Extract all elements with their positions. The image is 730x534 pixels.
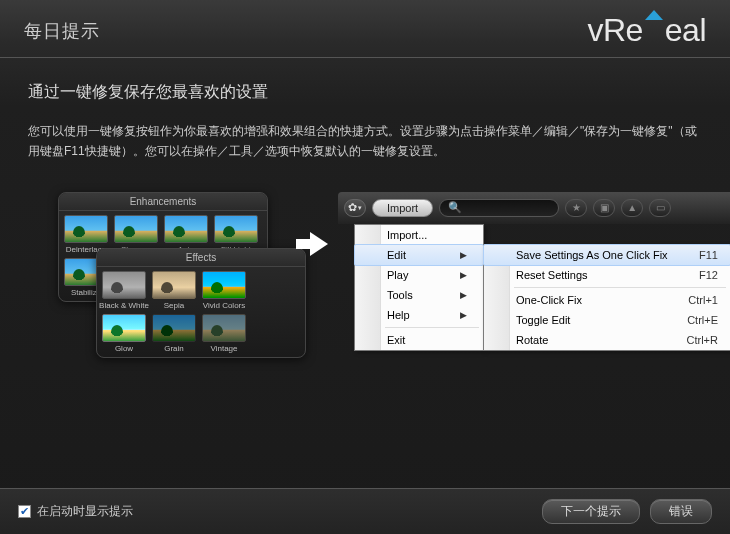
page-title: 每日提示 xyxy=(24,19,100,43)
chevron-right-icon: ▶ xyxy=(460,270,467,280)
thumb-sepia: Sepia xyxy=(151,271,197,310)
effects-panel: Effects Black & White Sepia Vivid Colors… xyxy=(96,248,306,358)
thumb-bw: Black & White xyxy=(101,271,147,310)
thumb-glow: Glow xyxy=(101,314,147,353)
header: 每日提示 vReVeal xyxy=(0,0,730,58)
illustration: Enhancements Deinterlace Sharpen Auto Fi… xyxy=(58,192,702,402)
show-on-startup-checkbox[interactable]: ✔ 在启动时显示提示 xyxy=(18,503,133,520)
menu-one-click-fix[interactable]: One-Click FixCtrl+1 xyxy=(484,290,730,310)
chevron-right-icon: ▶ xyxy=(460,310,467,320)
chevron-right-icon: ▶ xyxy=(460,290,467,300)
star-icon[interactable]: ★ xyxy=(565,199,587,217)
film-icon[interactable]: ▭ xyxy=(649,199,671,217)
checkbox-icon: ✔ xyxy=(18,505,31,518)
search-icon: 🔍 xyxy=(448,201,462,214)
tip-heading: 通过一键修复保存您最喜欢的设置 xyxy=(28,82,702,103)
effects-title: Effects xyxy=(97,249,305,267)
menu-exit[interactable]: Exit xyxy=(355,330,483,350)
menu-toggle-edit[interactable]: Toggle EditCtrl+E xyxy=(484,310,730,330)
menu-separator xyxy=(514,287,726,288)
menu-import[interactable]: Import... xyxy=(355,225,483,245)
logo: vReVeal xyxy=(587,12,706,49)
menu-play[interactable]: Play▶ xyxy=(355,265,483,285)
menu-rotate[interactable]: RotateCtrl+R xyxy=(484,330,730,350)
camera-icon[interactable]: ▣ xyxy=(593,199,615,217)
thumb-grain: Grain xyxy=(151,314,197,353)
checkbox-label: 在启动时显示提示 xyxy=(37,503,133,520)
footer: ✔ 在启动时显示提示 下一个提示 错误 xyxy=(0,488,730,534)
close-button[interactable]: 错误 xyxy=(650,499,712,524)
edit-submenu: Save Settings As One Click FixF11 Reset … xyxy=(483,244,730,351)
next-tip-button[interactable]: 下一个提示 xyxy=(542,499,640,524)
gear-button[interactable]: ✿▾ xyxy=(344,199,366,217)
menu-save-one-click[interactable]: Save Settings As One Click FixF11 xyxy=(483,244,730,266)
gear-icon: ✿ xyxy=(348,201,357,214)
arrow-icon xyxy=(310,232,328,256)
thumb-vintage: Vintage xyxy=(201,314,247,353)
menu-edit[interactable]: Edit▶ xyxy=(354,244,484,266)
tip-body: 您可以使用一键修复按钮作为你最喜欢的增强和效果组合的快捷方式。设置步骤为点击操作… xyxy=(28,121,702,162)
toolbar: ✿▾ Import 🔍 ★ ▣ ▲ ▭ xyxy=(338,192,730,224)
gear-menu: Import... Edit▶ Play▶ Tools▶ Help▶ Exit xyxy=(354,224,484,351)
menu-tools[interactable]: Tools▶ xyxy=(355,285,483,305)
chevron-right-icon: ▶ xyxy=(460,250,467,260)
picture-icon[interactable]: ▲ xyxy=(621,199,643,217)
chevron-down-icon: ▾ xyxy=(358,204,362,212)
menu-reset-settings[interactable]: Reset SettingsF12 xyxy=(484,265,730,285)
menu-help[interactable]: Help▶ xyxy=(355,305,483,325)
enhancements-title: Enhancements xyxy=(59,193,267,211)
thumb-vivid: Vivid Colors xyxy=(201,271,247,310)
content: 通过一键修复保存您最喜欢的设置 您可以使用一键修复按钮作为你最喜欢的增强和效果组… xyxy=(0,58,730,402)
menu-separator xyxy=(385,327,479,328)
search-input[interactable]: 🔍 xyxy=(439,199,559,217)
import-button[interactable]: Import xyxy=(372,199,433,217)
